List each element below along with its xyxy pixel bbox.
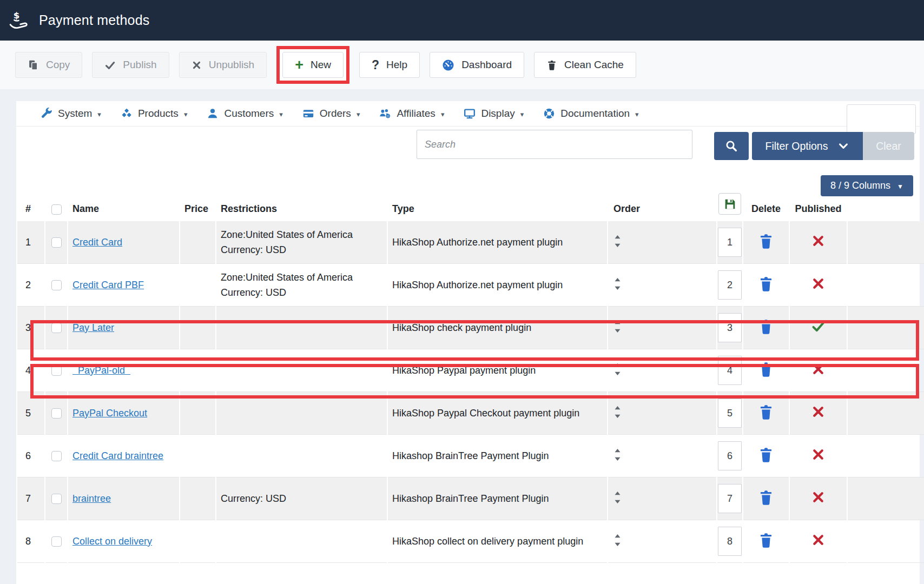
payment-method-link[interactable]: Credit Card bbox=[72, 237, 122, 248]
row-number: 8 bbox=[17, 520, 44, 563]
search-submit-button[interactable] bbox=[714, 132, 749, 160]
payment-method-link[interactable]: Collect on delivery bbox=[72, 536, 152, 547]
row-checkbox[interactable] bbox=[51, 237, 62, 248]
dashboard-button[interactable]: Dashboard bbox=[430, 52, 524, 78]
column-header-name[interactable]: Name bbox=[68, 193, 179, 221]
payment-method-link[interactable]: PayPal Checkout bbox=[72, 408, 147, 419]
row-checkbox[interactable] bbox=[51, 366, 62, 376]
published-toggle-icon[interactable] bbox=[811, 404, 826, 419]
table-row-4: 4 PayPal-old HikaShop Paypal payment plu… bbox=[17, 349, 924, 392]
row-checkbox[interactable] bbox=[51, 408, 62, 419]
delete-trash-icon[interactable] bbox=[758, 361, 774, 378]
select-all-checkbox[interactable] bbox=[51, 204, 62, 215]
search-input[interactable] bbox=[417, 130, 692, 159]
published-toggle-icon[interactable] bbox=[811, 362, 826, 376]
delete-trash-icon[interactable] bbox=[758, 446, 774, 463]
caret-down-icon: ▾ bbox=[357, 109, 360, 118]
published-toggle-icon[interactable] bbox=[811, 490, 826, 505]
order-input[interactable] bbox=[718, 356, 742, 385]
clear-button[interactable]: Clear bbox=[863, 132, 914, 160]
column-header-type[interactable]: Type bbox=[388, 193, 607, 221]
order-sort-handle[interactable] bbox=[613, 490, 622, 505]
caret-down-icon: ▾ bbox=[635, 109, 639, 118]
order-sort-handle[interactable] bbox=[613, 533, 622, 547]
table-row-6: 6 Credit Card braintree Hikashop BrainTr… bbox=[17, 435, 924, 477]
wrench-icon bbox=[41, 108, 52, 120]
plus-icon: + bbox=[295, 58, 303, 72]
delete-trash-icon[interactable] bbox=[758, 275, 774, 293]
published-toggle-icon[interactable] bbox=[811, 533, 826, 547]
price-cell bbox=[180, 520, 215, 563]
column-header-published: Published bbox=[790, 193, 847, 221]
unpublish-button[interactable]: Unpublish bbox=[179, 52, 267, 78]
order-input[interactable] bbox=[718, 399, 742, 428]
order-input[interactable] bbox=[718, 313, 742, 342]
order-sort-handle[interactable] bbox=[613, 448, 622, 462]
type-cell: HikaShop Authorize.net payment plugin bbox=[388, 264, 607, 307]
published-toggle-icon[interactable] bbox=[811, 319, 826, 334]
price-cell bbox=[180, 435, 215, 477]
delete-trash-icon[interactable] bbox=[758, 489, 774, 506]
order-sort-handle[interactable] bbox=[613, 405, 622, 419]
menu-item-documentation[interactable]: Documentation ▾ bbox=[543, 108, 638, 120]
payment-method-link[interactable]: braintree bbox=[72, 493, 111, 504]
row-checkbox[interactable] bbox=[51, 536, 62, 547]
price-cell bbox=[180, 264, 215, 307]
row-checkbox[interactable] bbox=[51, 323, 62, 333]
chevron-down-icon bbox=[837, 140, 849, 152]
menu-item-affiliates[interactable]: Affiliates ▾ bbox=[379, 108, 444, 120]
content-panel: System ▾ Products ▾ Customers ▾ Orders ▾… bbox=[16, 101, 920, 584]
delete-trash-icon[interactable] bbox=[758, 403, 774, 421]
column-header-restrictions[interactable]: Restrictions bbox=[216, 193, 387, 221]
delete-trash-icon[interactable] bbox=[758, 532, 774, 549]
menu-item-customers[interactable]: Customers ▾ bbox=[207, 108, 282, 120]
display-icon bbox=[464, 108, 476, 120]
menu-item-orders[interactable]: Orders ▾ bbox=[302, 108, 360, 120]
column-header-price[interactable]: Price bbox=[180, 193, 215, 221]
publish-button[interactable]: Publish bbox=[92, 52, 169, 78]
type-cell: HikaShop check payment plugin bbox=[388, 307, 607, 349]
titlebar: Payment methods bbox=[0, 0, 924, 41]
column-header-order[interactable]: Order bbox=[608, 193, 716, 221]
row-checkbox[interactable] bbox=[51, 494, 62, 504]
order-input[interactable] bbox=[718, 270, 742, 300]
row-checkbox[interactable] bbox=[51, 451, 62, 461]
order-sort-handle[interactable] bbox=[613, 362, 622, 376]
order-input[interactable] bbox=[718, 484, 742, 513]
dashboard-button-label: Dashboard bbox=[461, 59, 512, 71]
payment-method-link[interactable]: Pay Later bbox=[72, 322, 114, 333]
new-button[interactable]: + New bbox=[282, 52, 344, 78]
order-input[interactable] bbox=[718, 527, 742, 556]
copy-button[interactable]: Copy bbox=[15, 52, 82, 78]
row-checkbox[interactable] bbox=[51, 280, 62, 290]
menu-label: Customers bbox=[224, 108, 274, 120]
order-sort-handle[interactable] bbox=[613, 277, 622, 291]
order-sort-handle[interactable] bbox=[613, 320, 622, 334]
save-order-button[interactable] bbox=[718, 193, 741, 215]
payment-method-link[interactable]: PayPal-old bbox=[72, 365, 130, 376]
payment-method-link[interactable]: Credit Card PBF bbox=[72, 280, 144, 290]
menu-label: Products bbox=[138, 108, 179, 120]
order-input[interactable] bbox=[718, 228, 742, 257]
delete-trash-icon[interactable] bbox=[758, 233, 774, 250]
payment-method-link[interactable]: Credit Card braintree bbox=[72, 450, 163, 461]
order-sort-handle[interactable] bbox=[613, 234, 622, 248]
empty-filter-select[interactable] bbox=[847, 104, 916, 134]
clean-cache-button[interactable]: Clean Cache bbox=[534, 52, 636, 78]
menu-item-display[interactable]: Display ▾ bbox=[464, 108, 524, 120]
menu-item-products[interactable]: Products ▾ bbox=[121, 108, 188, 120]
restrictions-cell: Currency: USD bbox=[216, 477, 387, 520]
published-toggle-icon[interactable] bbox=[811, 447, 826, 462]
help-button[interactable]: ? Help bbox=[359, 52, 420, 78]
price-cell bbox=[180, 349, 215, 392]
menu-item-system[interactable]: System ▾ bbox=[41, 108, 101, 120]
caret-down-filled-icon: ▼ bbox=[897, 182, 903, 190]
filter-options-button[interactable]: Filter Options bbox=[752, 132, 863, 160]
delete-trash-icon[interactable] bbox=[758, 318, 774, 335]
publish-button-label: Publish bbox=[123, 59, 156, 71]
published-toggle-icon[interactable] bbox=[811, 276, 826, 291]
order-input[interactable] bbox=[718, 441, 742, 470]
payment-methods-table: # Name Price Restrictions Type Order Del… bbox=[16, 193, 920, 563]
published-toggle-icon[interactable] bbox=[811, 234, 826, 248]
row-number: 7 bbox=[17, 477, 44, 520]
